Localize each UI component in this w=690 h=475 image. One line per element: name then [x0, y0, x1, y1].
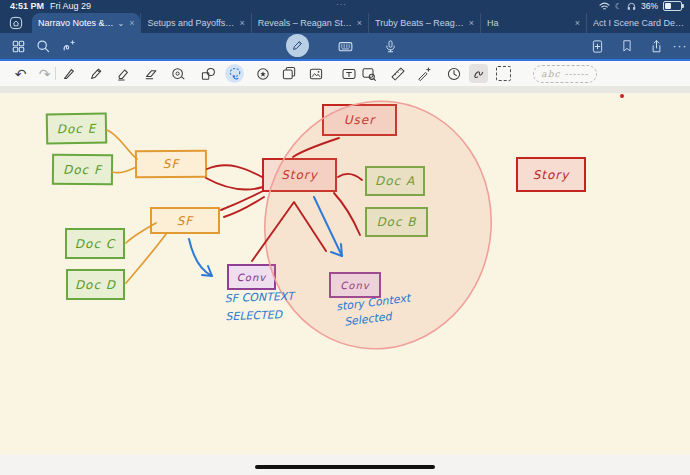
tab-narravo-notes[interactable]: Narravo Notes &… ⌄ ×: [32, 13, 141, 33]
close-tab-icon[interactable]: ×: [469, 18, 474, 28]
tab-truby-beats[interactable]: Truby Beats – Reag… ×: [368, 13, 480, 33]
note-canvas[interactable]: Doc E Doc F SF SF Doc C Doc D User Story…: [0, 93, 690, 455]
node-conv-2: Conv: [329, 272, 381, 298]
scribble-erase-icon[interactable]: [469, 64, 488, 83]
more-options-icon[interactable]: ···: [671, 37, 689, 55]
bookmark-icon[interactable]: [618, 37, 636, 55]
tab-setups-and-payoffs[interactable]: Setups and Payoffs… ×: [140, 13, 250, 33]
moon-icon: ☾: [615, 2, 622, 11]
redo-icon[interactable]: ↷: [35, 64, 54, 83]
node-label: User: [344, 113, 375, 127]
multitask-dots-icon[interactable]: ···: [336, 0, 347, 9]
tab-act-i-scene-card[interactable]: Act I Scene Card De…: [586, 13, 690, 33]
close-tab-icon[interactable]: ×: [129, 18, 134, 28]
node-conv-1: Conv: [227, 264, 276, 290]
search-icon[interactable]: [34, 37, 52, 55]
laser-pen-icon[interactable]: [414, 64, 433, 83]
node-doc-f: Doc F: [52, 154, 113, 186]
node-user: User: [322, 104, 397, 136]
close-tab-icon[interactable]: ×: [575, 18, 580, 28]
pen-toolbar: ↶ ↷ abc ‑‑‑‑‑: [0, 61, 690, 87]
battery-percent: 36%: [641, 1, 658, 11]
clock-icon[interactable]: [444, 64, 463, 83]
battery-icon: [663, 1, 682, 11]
text-box-icon[interactable]: [339, 64, 358, 83]
fountain-pen-icon[interactable]: [59, 64, 78, 83]
ruler-icon[interactable]: [388, 64, 407, 83]
app-bar: ···: [0, 33, 690, 59]
tab-label: Reveals – Reagan St…: [258, 18, 352, 28]
pen-mode-button[interactable]: [286, 34, 309, 57]
share-icon[interactable]: [647, 37, 665, 55]
tab-bar: Narravo Notes &… ⌄ × Setups and Payoffs……: [0, 13, 690, 33]
tape-icon[interactable]: [168, 64, 187, 83]
bottom-bar: [0, 455, 690, 475]
lasso-tool-icon[interactable]: [225, 64, 244, 83]
node-label: Doc E: [57, 121, 97, 136]
node-story-right: Story: [516, 157, 586, 192]
chevron-down-icon[interactable]: ⌄: [118, 19, 125, 28]
node-label: SF: [163, 157, 180, 171]
tab-label: Narravo Notes &…: [38, 18, 114, 28]
red-connectors-ink: [206, 138, 362, 261]
node-doc-c: Doc C: [65, 228, 125, 259]
handwriting-abc-hint[interactable]: abc ‑‑‑‑‑‑: [533, 65, 597, 83]
microphone-icon[interactable]: [381, 37, 399, 55]
image-icon[interactable]: [306, 64, 325, 83]
node-label: Story: [281, 168, 318, 182]
tab-label: Truby Beats – Reag…: [375, 18, 464, 28]
clock-time: 4:51 PM: [10, 1, 44, 11]
node-doc-d: Doc D: [66, 269, 125, 300]
add-page-icon[interactable]: [588, 37, 606, 55]
node-label: SF: [177, 214, 194, 228]
close-tab-icon[interactable]: ×: [239, 18, 244, 28]
dashed-selection-icon[interactable]: [494, 64, 513, 83]
node-label: Doc C: [75, 237, 115, 251]
annotation-sf-context: SF CONTEXT SELECTED: [224, 290, 294, 323]
clock-date: Fri Aug 29: [50, 1, 91, 11]
node-story-center: Story: [262, 158, 337, 192]
tab-label: Act I Scene Card De…: [593, 18, 684, 28]
grid-documents-icon[interactable]: [9, 37, 27, 55]
annotation-line: SELECTED: [225, 308, 295, 323]
sticky-notes-icon[interactable]: [279, 64, 298, 83]
tab-label: Ha: [487, 18, 570, 28]
eraser-icon[interactable]: [141, 64, 160, 83]
shapes-icon[interactable]: [198, 64, 217, 83]
undo-icon[interactable]: ↶: [11, 64, 30, 83]
node-label: Doc A: [375, 174, 415, 188]
node-label: Conv: [237, 272, 266, 283]
keyboard-icon[interactable]: [336, 37, 354, 55]
status-bar: 4:51 PM Fri Aug 29 ··· ☾ 36%: [0, 0, 690, 13]
pencil-icon[interactable]: [86, 64, 105, 83]
node-label: Doc F: [63, 162, 102, 176]
stickers-icon[interactable]: [253, 64, 272, 83]
node-label: Story: [533, 168, 570, 182]
tab-label: Setups and Payoffs…: [147, 18, 234, 28]
annotation-line: SF CONTEXT: [224, 290, 294, 305]
node-doc-a: Doc A: [365, 166, 425, 196]
toolbar-divider: [55, 67, 56, 80]
image-search-icon[interactable]: [359, 64, 378, 83]
node-doc-e: Doc E: [46, 112, 108, 144]
tab-ha[interactable]: Ha ×: [480, 13, 586, 33]
tab-reveals-reagan[interactable]: Reveals – Reagan St… ×: [251, 13, 368, 33]
node-doc-b: Doc B: [365, 207, 428, 237]
page-margin: [0, 86, 690, 93]
node-label: Doc D: [75, 278, 116, 292]
node-label: Conv: [340, 280, 369, 291]
node-sf-2: SF: [150, 207, 220, 234]
home-button[interactable]: [0, 13, 32, 33]
scribble-sparkle-icon[interactable]: [60, 37, 78, 55]
headphones-icon: [627, 2, 636, 11]
highlighter-icon[interactable]: [113, 64, 132, 83]
home-indicator[interactable]: [255, 465, 435, 469]
wifi-icon: [599, 2, 610, 11]
node-label: Doc B: [376, 215, 416, 229]
close-tab-icon[interactable]: ×: [357, 18, 362, 28]
node-sf-1: SF: [135, 150, 207, 179]
red-dot-ink: [620, 94, 624, 98]
